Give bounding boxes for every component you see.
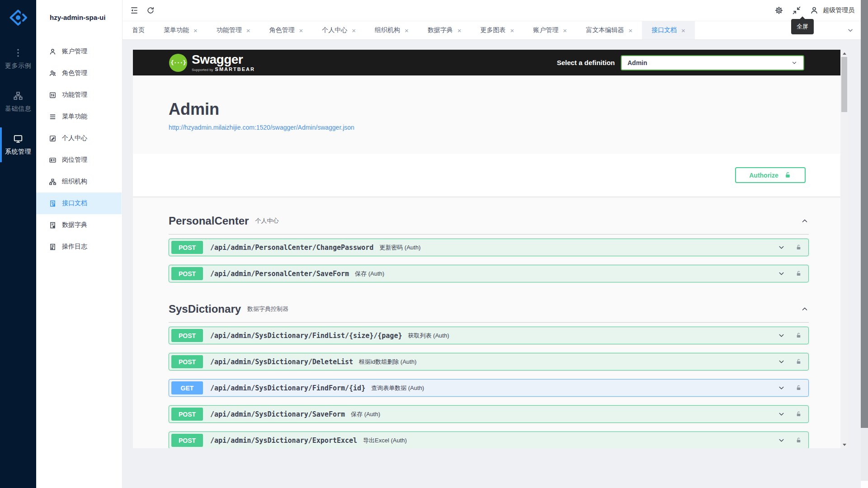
collapse-section-button[interactable] xyxy=(801,217,809,225)
sidebar-menu-item[interactable]: 角色管理 xyxy=(36,62,122,84)
tab-label: 菜单功能 xyxy=(164,26,189,34)
expand-endpoint-button[interactable] xyxy=(778,244,785,251)
scrollbar-corner xyxy=(861,481,868,488)
page-tab[interactable]: 组织机构 × xyxy=(365,21,418,39)
tab-close-icon[interactable]: × xyxy=(193,27,198,34)
page-scrollbar-thumb[interactable] xyxy=(861,0,868,428)
header-left xyxy=(130,6,155,15)
tab-label: 数据字典 xyxy=(428,26,453,34)
swagger-logo-icon: {···} xyxy=(169,54,187,72)
api-section-header[interactable]: PersonalCenter 个人中心 xyxy=(169,203,809,235)
rail-nav-label: 更多示例 xyxy=(5,62,31,70)
swagger-scrollbar[interactable] xyxy=(840,50,848,448)
page-tab[interactable]: 数据字典 × xyxy=(418,21,471,39)
sidebar-menu-item[interactable]: 菜单功能 xyxy=(36,106,122,127)
sidebar-fold-button[interactable] xyxy=(130,6,139,15)
rail-nav-item[interactable]: 更多示例 xyxy=(0,43,36,75)
menu-feature-icon xyxy=(49,113,57,121)
page-tab[interactable]: 更多图表 × xyxy=(471,21,524,39)
api-title: Admin xyxy=(169,100,812,118)
authorize-button[interactable]: Authorize xyxy=(735,167,806,183)
expand-endpoint-button[interactable] xyxy=(778,436,785,444)
sidebar-menu-label: 功能管理 xyxy=(62,91,87,99)
auth-lock-icon[interactable] xyxy=(795,270,802,277)
api-endpoint-row[interactable]: POST /api/admin/SysDictionary/SaveForm 保… xyxy=(169,405,809,423)
expand-endpoint-button[interactable] xyxy=(778,410,785,418)
rail-nav-item[interactable]: 系统管理 xyxy=(0,129,36,160)
page-tab[interactable]: 个人中心 × xyxy=(312,21,365,39)
sidebar-menu-item[interactable]: 账户管理 xyxy=(36,41,122,62)
page-tab[interactable]: 功能管理 × xyxy=(207,21,260,39)
current-user-name[interactable]: 超级管理员 xyxy=(823,6,854,14)
settings-button[interactable] xyxy=(774,6,783,15)
page-tab[interactable]: 菜单功能 × xyxy=(154,21,207,39)
api-endpoint-row[interactable]: POST /api/admin/SysDictionary/FindList/{… xyxy=(169,327,809,344)
sidebar-menu-item[interactable]: 操作日志 xyxy=(36,236,122,258)
api-endpoint-row[interactable]: POST /api/admin/PersonalCenter/ChangePas… xyxy=(169,239,809,256)
endpoint-description: 获取列表 (Auth) xyxy=(408,332,449,340)
sidebar-menu-item[interactable]: 岗位管理 xyxy=(36,149,122,171)
page-tab[interactable]: 首页 × xyxy=(123,21,154,39)
expand-endpoint-button[interactable] xyxy=(778,332,785,339)
api-section-header[interactable]: SysDictionary 数据字典控制器 xyxy=(169,291,809,323)
api-info: Admin http://hzyadmin.milaizhijie.com:15… xyxy=(133,75,848,131)
endpoint-path: /api/admin/SysDictionary/SaveForm xyxy=(210,410,345,418)
tab-close-icon[interactable]: × xyxy=(510,27,514,34)
tab-close-icon[interactable]: × xyxy=(563,27,567,34)
swagger-scrollbar-thumb[interactable] xyxy=(841,57,847,112)
fullscreen-button[interactable] xyxy=(792,6,801,15)
definition-select-label: Select a definition xyxy=(557,59,615,66)
sidebar-menu-item[interactable]: 数据字典 xyxy=(36,214,122,236)
tab-close-icon[interactable]: × xyxy=(299,27,303,34)
rail-nav-label: 系统管理 xyxy=(5,148,31,156)
refresh-button[interactable] xyxy=(146,6,155,15)
personal-center-icon xyxy=(49,135,57,142)
rail-nav-item[interactable]: 基础信息 xyxy=(0,86,36,117)
auth-lock-icon[interactable] xyxy=(795,358,802,365)
api-endpoint-row[interactable]: POST /api/admin/SysDictionary/DeleteList… xyxy=(169,353,809,371)
collapse-section-button[interactable] xyxy=(801,305,809,313)
definition-select[interactable]: Admin xyxy=(621,55,804,70)
sidebar-menu-item[interactable]: 功能管理 xyxy=(36,84,122,106)
sidebar-menu-item[interactable]: 接口文档 xyxy=(36,192,122,214)
api-endpoint-row[interactable]: POST /api/admin/PersonalCenter/SaveForm … xyxy=(169,265,809,282)
expand-endpoint-button[interactable] xyxy=(778,384,785,392)
page-tab[interactable]: 接口文档 × xyxy=(642,21,695,39)
expand-endpoint-button[interactable] xyxy=(778,270,785,277)
smartbear-text: SMARTBEAR xyxy=(215,66,255,72)
auth-lock-icon[interactable] xyxy=(795,437,802,444)
app-logo[interactable] xyxy=(8,8,28,28)
tab-close-icon[interactable]: × xyxy=(458,27,462,34)
swagger-logo[interactable]: {···} Swagger Supported by SMARTBEAR xyxy=(169,53,255,72)
auth-lock-icon[interactable] xyxy=(795,244,802,251)
tab-close-icon[interactable]: × xyxy=(628,27,632,34)
page-tab[interactable]: 富文本编辑器 × xyxy=(576,21,642,39)
endpoint-description: 保存 (Auth) xyxy=(351,410,380,418)
header-right: 超级管理员 xyxy=(774,6,854,15)
tab-close-icon[interactable]: × xyxy=(352,27,356,34)
api-endpoint-row[interactable]: POST /api/admin/SysDictionary/ExportExce… xyxy=(169,432,809,448)
endpoint-path: /api/admin/SysDictionary/FindForm/{id} xyxy=(210,384,365,392)
auth-lock-icon[interactable] xyxy=(795,385,802,391)
page-scrollbar[interactable] xyxy=(861,0,868,488)
api-section-description: 数据字典控制器 xyxy=(247,305,288,313)
auth-lock-icon[interactable] xyxy=(795,332,802,339)
tab-overflow-button[interactable] xyxy=(840,21,861,39)
auth-lock-icon[interactable] xyxy=(795,411,802,418)
sidebar-menu-item[interactable]: 个人中心 xyxy=(36,127,122,149)
tab-close-icon[interactable]: × xyxy=(681,27,685,34)
sidebar-menu-label: 操作日志 xyxy=(62,243,87,251)
api-endpoint-row[interactable]: GET /api/admin/SysDictionary/FindForm/{i… xyxy=(169,379,809,397)
account-manage-icon xyxy=(49,48,57,56)
system-manage-icon xyxy=(13,134,23,144)
tab-close-icon[interactable]: × xyxy=(405,27,409,34)
user-avatar-button[interactable] xyxy=(810,6,819,15)
api-spec-url-link[interactable]: http://hzyadmin.milaizhijie.com:1520/swa… xyxy=(169,124,354,131)
scroll-down-button[interactable] xyxy=(840,441,848,448)
page-tab[interactable]: 角色管理 × xyxy=(260,21,313,39)
expand-endpoint-button[interactable] xyxy=(778,358,785,366)
tab-close-icon[interactable]: × xyxy=(246,27,250,34)
scroll-up-button[interactable] xyxy=(840,50,848,57)
sidebar-menu-item[interactable]: 组织机构 xyxy=(36,171,122,192)
page-tab[interactable]: 账户管理 × xyxy=(524,21,576,39)
